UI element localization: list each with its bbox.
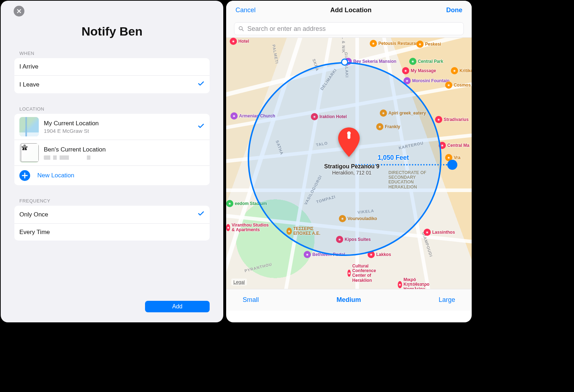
location-item-my-current[interactable]: My Current Location 1904 E McGraw St <box>14 114 210 140</box>
search-field[interactable] <box>234 22 464 35</box>
frequency-card: Only Once Every Time ✓ <box>14 206 210 241</box>
poi-label[interactable]: •Morosini Fountain <box>403 77 449 84</box>
topbar: Cancel Add Location Done <box>226 1 472 19</box>
poi-label[interactable]: •My Massage <box>402 67 436 74</box>
poi-icon: • <box>416 41 424 48</box>
pin-address: Stratigou Pezanou 9 Heraklion, 712 01 <box>312 163 391 176</box>
street-label: PYRANTHOU <box>244 262 272 273</box>
poi-icon: • <box>347 270 351 277</box>
notify-panel: Notify Ben WHEN I Arrive ✓ I Leave LOCAT… <box>1 1 223 322</box>
poi-icon: • <box>445 81 452 89</box>
geofence-top-handle[interactable] <box>341 59 348 66</box>
check-icon <box>197 210 205 219</box>
section-label-location: LOCATION <box>1 103 223 114</box>
cancel-button[interactable]: Cancel <box>235 6 256 14</box>
street-label: YL & NIK <box>341 38 346 53</box>
poi-icon: • <box>370 40 377 47</box>
close-button[interactable] <box>14 6 24 17</box>
map-pin-icon[interactable] <box>335 125 363 159</box>
panel-title: Add Location <box>330 6 372 14</box>
panel-title: Notify Ben <box>1 24 223 38</box>
legal-link[interactable]: Legal <box>231 279 247 285</box>
poi-icon: • <box>398 281 402 288</box>
size-small[interactable]: Small <box>243 296 259 304</box>
map-thumbnail-icon <box>19 117 39 136</box>
poi-label[interactable]: •Central Park <box>409 58 443 65</box>
poi-icon: • <box>451 67 458 74</box>
when-option-arrive[interactable]: I Arrive ✓ <box>14 58 210 75</box>
poi-label[interactable]: •Hotel <box>230 38 249 45</box>
poi-label[interactable]: •Lassinthos <box>424 229 455 236</box>
size-medium[interactable]: Medium <box>336 296 361 304</box>
size-large[interactable]: Large <box>439 296 455 304</box>
map[interactable]: PALMETISKRADELIMARKIYL & NIKGIAMALAKISAT… <box>226 38 472 289</box>
section-label-frequency: FREQUENCY <box>1 195 223 206</box>
done-button[interactable]: Done <box>446 6 462 14</box>
add-button[interactable]: Add <box>145 301 210 312</box>
when-card: I Arrive ✓ I Leave <box>14 58 210 93</box>
location-card: My Current Location 1904 E McGraw St Ben… <box>14 114 210 185</box>
frequency-option-every[interactable]: Every Time ✓ <box>14 223 210 241</box>
poi-icon: • <box>230 112 238 120</box>
poi-label[interactable]: •Peskesi <box>416 41 441 48</box>
search-input[interactable] <box>247 25 460 33</box>
poi-label[interactable]: •Viranthou Studios & Apartments <box>226 223 269 232</box>
check-icon <box>197 122 205 131</box>
check-icon <box>197 80 205 89</box>
location-item-ben-current[interactable]: Ben's Current Location ✓ <box>14 140 210 165</box>
size-bar: Small Medium Large <box>226 289 472 311</box>
close-icon <box>17 9 22 14</box>
search-icon <box>238 25 244 32</box>
poi-label[interactable]: •Central Ma <box>439 142 469 149</box>
poi-label[interactable]: •Petousis Restaurant <box>370 40 420 47</box>
radius-label: 1,050 Feet <box>378 154 409 162</box>
poi-label[interactable]: •Stradivarius <box>435 116 468 123</box>
poi-label[interactable]: •Cosmos <box>445 81 471 89</box>
poi-label[interactable]: •Kritiko <box>451 67 472 74</box>
poi-icon: • <box>435 116 442 123</box>
section-label-when: WHEN <box>1 47 223 58</box>
poi-icon: • <box>409 58 416 65</box>
poi-icon: • <box>226 224 230 231</box>
poi-label[interactable]: •Μικρό Κηπόθεατρο Ηρακλείου <box>398 277 441 289</box>
svg-point-0 <box>239 27 242 30</box>
redacted-address <box>44 155 90 160</box>
radius-handle[interactable] <box>447 160 457 170</box>
street-label: PALMETI <box>272 44 279 64</box>
when-option-leave[interactable]: I Leave <box>14 75 210 93</box>
svg-point-3 <box>347 131 351 135</box>
poi-icon: • <box>402 67 409 74</box>
poi-icon: • <box>424 229 431 236</box>
poi-icon: • <box>304 251 311 258</box>
map-thumbnail-icon <box>19 143 39 163</box>
add-location-panel: Cancel Add Location Done PALMETISKRADELI… <box>226 1 472 322</box>
new-location-button[interactable]: New Location <box>14 165 210 185</box>
frequency-option-once[interactable]: Only Once <box>14 206 210 223</box>
poi-icon: • <box>230 38 237 45</box>
plus-icon <box>19 170 30 181</box>
poi-icon: • <box>226 200 233 207</box>
poi-label[interactable]: •Cultural Conference Center of Heraklion <box>347 264 391 283</box>
